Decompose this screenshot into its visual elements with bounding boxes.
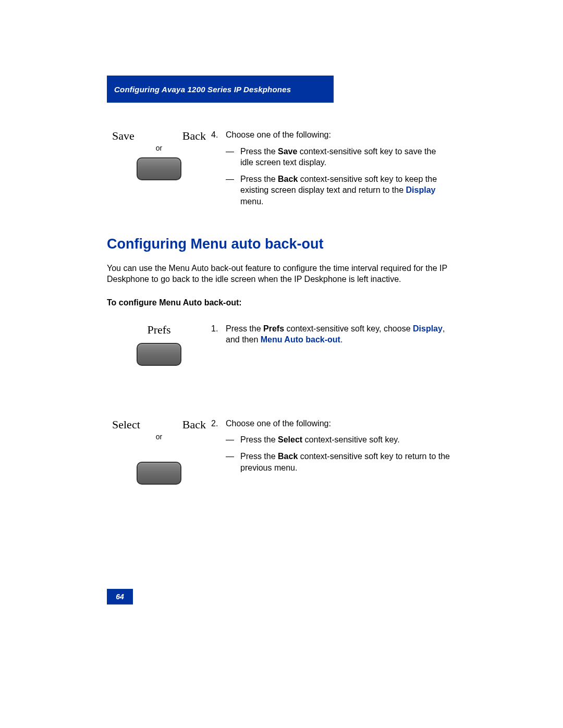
dash-icon: — [226,174,240,207]
step4-num: 4. [211,129,226,141]
step1-body: Press the Prefs context-sensitive soft k… [226,323,451,346]
step1-line: 1. Press the Prefs context-sensitive sof… [211,323,451,346]
softkey-button-icon [137,462,181,485]
sub-heading: To configure Menu Auto back-out: [107,298,451,307]
step4-item2-text: Press the Back context-sensitive soft ke… [240,174,451,207]
select-label: Select [112,418,140,431]
step2-softkeys: Select Back or [107,418,211,485]
step4-item1: — Press the Save context-sensitive soft … [211,146,451,168]
step4-row: Save Back or 4. Choose one of the follow… [107,129,451,213]
content-area: Save Back or 4. Choose one of the follow… [107,129,451,495]
step2-intro: 2. Choose one of the following: [211,418,451,429]
step2-item1-text: Press the Select context-sensitive soft … [240,434,400,446]
step1-text: 1. Press the Prefs context-sensitive sof… [211,323,451,348]
or-text-2: or [107,433,211,441]
step2-dash-list: — Press the Select context-sensitive sof… [211,434,451,473]
softkey-button-icon [137,157,181,180]
step4-intro-text: Choose one of the following: [226,129,331,141]
dash-icon: — [226,451,240,473]
step2-num: 2. [211,418,226,429]
step1-row: Prefs 1. Press the Prefs context-sensiti… [107,323,451,366]
prefs-label: Prefs [107,323,211,337]
dash-icon: — [226,146,240,168]
select-back-labels: Select Back [112,418,206,431]
step1-num: 1. [211,323,226,346]
step4-item1-text: Press the Save context-sensitive soft ke… [240,146,451,168]
step4-text: 4. Choose one of the following: — Press … [211,129,451,213]
step2-text: 2. Choose one of the following: — Press … [211,418,451,478]
save-back-labels: Save Back [112,129,206,143]
step4-softkeys: Save Back or [107,129,211,180]
step2-item2: — Press the Back context-sensitive soft … [211,451,451,473]
step2-row: Select Back or 2. Choose one of the foll… [107,418,451,485]
page-number: 64 [107,589,133,604]
intro-paragraph: You can use the Menu Auto back-out featu… [107,263,451,285]
step2-item1: — Press the Select context-sensitive sof… [211,434,451,446]
save-label: Save [112,129,134,143]
back-label: Back [182,129,206,143]
step1-softkeys: Prefs [107,323,211,366]
dash-icon: — [226,434,240,446]
header-band: Configuring Avaya 1200 Series IP Deskpho… [107,76,334,103]
step2-intro-text: Choose one of the following: [226,418,331,429]
section-heading: Configuring Menu auto back-out [107,236,451,252]
step4-item2: — Press the Back context-sensitive soft … [211,174,451,207]
step2-item2-text: Press the Back context-sensitive soft ke… [240,451,451,473]
step4-intro: 4. Choose one of the following: [211,129,451,141]
softkey-button-icon [137,343,181,366]
or-text-1: or [107,144,211,152]
step4-dash-list: — Press the Save context-sensitive soft … [211,146,451,207]
page: Configuring Avaya 1200 Series IP Deskpho… [0,0,563,728]
header-title: Configuring Avaya 1200 Series IP Deskpho… [114,85,291,94]
back-label-2: Back [182,418,206,431]
